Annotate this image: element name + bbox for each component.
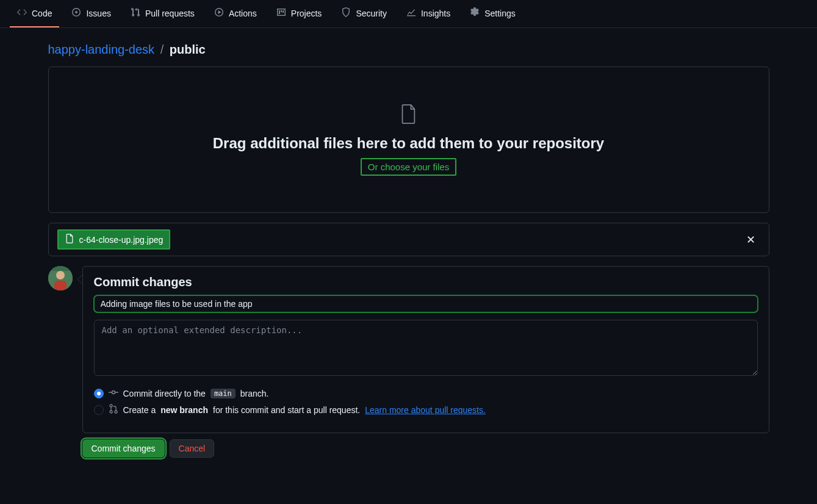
tab-actions[interactable]: Actions [207,0,264,27]
svg-point-7 [110,405,112,407]
code-icon [17,7,27,19]
radio-commit-direct[interactable]: Commit directly to the main branch. [94,387,758,399]
svg-point-1 [56,271,65,279]
tab-label: Actions [229,9,257,18]
uploaded-file-row: c-64-close-up.jpg.jpeg ✕ [48,223,769,256]
tab-pull-requests[interactable]: Pull requests [123,0,202,27]
tab-label: Issues [86,9,110,18]
git-commit-icon [109,387,118,399]
svg-rect-2 [54,281,67,290]
git-pull-request-icon [109,404,118,416]
learn-more-link[interactable]: Learn more about pull requests. [365,405,486,415]
breadcrumb-folder: public [170,43,206,56]
pull-request-icon [131,7,140,19]
tab-issues[interactable]: Issues [64,0,118,27]
tab-label: Pull requests [145,9,195,18]
radio-label-pre: Create a [123,405,156,415]
branch-name: main [211,389,236,398]
radio-label-post: branch. [240,389,269,398]
tab-security[interactable]: Security [334,0,394,27]
commit-description-input[interactable] [94,320,758,376]
file-icon [65,234,74,245]
remove-file-button[interactable]: ✕ [741,231,760,249]
tab-code[interactable]: Code [10,0,59,27]
project-icon [276,7,286,19]
breadcrumb: happy-landing-desk / public [48,43,769,57]
file-name: c-64-close-up.jpg.jpeg [79,235,164,245]
svg-point-8 [110,411,112,413]
tab-label: Projects [291,9,322,18]
gear-icon [470,7,480,19]
radio-label-mid: for this commit and start a pull request… [213,405,360,415]
breadcrumb-sep: / [160,43,164,56]
play-icon [214,7,224,19]
radio-input[interactable] [94,405,104,415]
tab-projects[interactable]: Projects [269,0,329,27]
svg-point-9 [115,411,117,413]
commit-heading: Commit changes [94,275,758,289]
svg-point-4 [112,391,115,394]
shield-icon [341,7,351,19]
graph-icon [406,7,416,19]
repo-nav: Code Issues Pull requests Actions Projec… [0,0,817,28]
tab-label: Code [32,9,52,18]
commit-form: Commit changes Commit directly to the ma… [82,266,769,458]
radio-label-pre: Commit directly to the [123,389,206,398]
drop-title: Drag additional files here to add them t… [61,135,757,152]
commit-message-input[interactable] [94,295,758,312]
breadcrumb-repo[interactable]: happy-landing-desk [48,43,155,56]
tab-label: Insights [421,9,450,18]
svg-rect-3 [48,266,73,271]
radio-new-branch[interactable]: Create a new branch for this commit and … [94,404,758,416]
tab-settings[interactable]: Settings [462,0,523,27]
choose-files-button[interactable]: Or choose your files [361,158,456,176]
tab-label: Security [356,9,387,18]
commit-button[interactable]: Commit changes [82,439,165,458]
file-drop-zone[interactable]: Drag additional files here to add them t… [48,67,769,213]
file-chip[interactable]: c-64-close-up.jpg.jpeg [57,229,171,250]
radio-label-bold: new branch [160,405,208,415]
avatar [48,266,73,290]
issue-icon [71,7,81,19]
cancel-button[interactable]: Cancel [170,439,215,458]
file-icon [61,104,757,126]
tab-label: Settings [484,9,516,18]
radio-input[interactable] [94,389,104,398]
tab-insights[interactable]: Insights [399,0,458,27]
